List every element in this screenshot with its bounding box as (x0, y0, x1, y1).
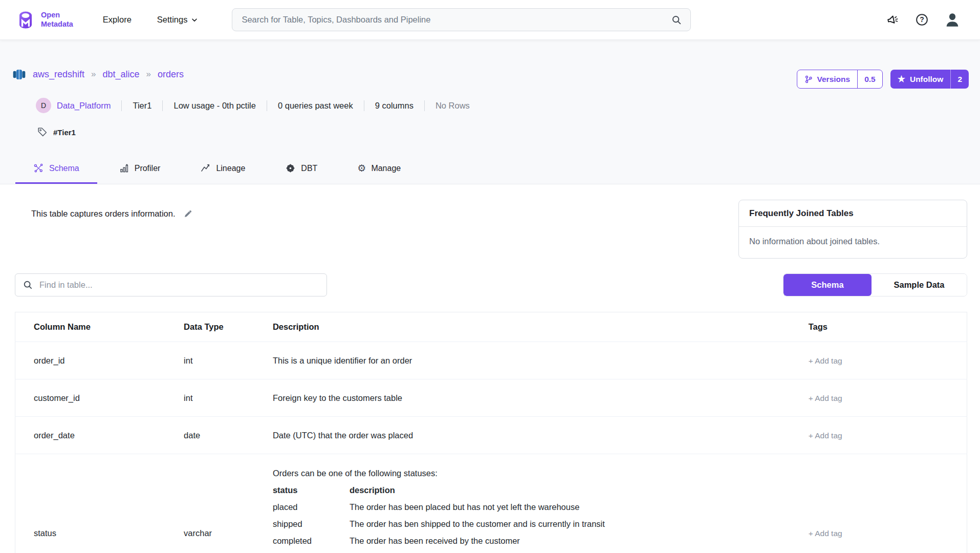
add-tag-button[interactable]: + Add tag (809, 529, 842, 538)
columns-table: Column Name Data Type Description Tags o… (15, 312, 967, 553)
help-icon[interactable]: ? (915, 13, 929, 27)
owner-link[interactable]: Data_Platform (57, 101, 111, 111)
follower-count: 2 (951, 70, 969, 89)
column-type: int (184, 379, 273, 417)
entity-tabs: Schema Profiler Lineage (15, 163, 980, 184)
star-icon: ★ (898, 75, 905, 83)
redshift-service-icon (12, 68, 26, 81)
column-type: date (184, 417, 273, 454)
entity-header: aws_redshift dbt_alice orders D Data_Pla… (0, 40, 980, 184)
table-row: customer_id int Foreign key to the custo… (15, 379, 967, 417)
column-name: order_id (15, 342, 184, 379)
add-tag-button[interactable]: + Add tag (809, 356, 842, 365)
breadcrumb-separator (146, 69, 151, 79)
breadcrumb-service[interactable]: aws_redshift (33, 69, 84, 80)
rows-stat: No Rows (435, 101, 470, 111)
versions-button[interactable]: Versions 0.5 (797, 70, 883, 89)
search-icon[interactable] (671, 14, 682, 26)
status-values-table: status description placed The order has … (273, 482, 767, 549)
tag-row: #Tier1 (37, 125, 980, 139)
dbt-icon (285, 163, 296, 174)
column-name: customer_id (15, 379, 184, 417)
unfollow-button[interactable]: ★ Unfollow 2 (890, 70, 969, 89)
tab-dbt[interactable]: DBT (267, 163, 335, 184)
announcements-icon[interactable] (886, 13, 900, 27)
joined-tables-empty-text: No information about joined tables. (739, 227, 967, 258)
frequently-joined-tables-card: Frequently Joined Tables No information … (738, 200, 967, 259)
usage-stat: Low usage - 0th pctile (173, 101, 256, 111)
joined-tables-title: Frequently Joined Tables (739, 200, 967, 227)
chevron-down-icon (191, 16, 198, 24)
tier-stat: Tier1 (133, 101, 151, 111)
breadcrumb-table[interactable]: orders (158, 69, 184, 80)
toggle-sample-data-button[interactable]: Sample Data (872, 274, 967, 296)
view-toggle: Schema Sample Data (783, 273, 967, 296)
owner-avatar: D (36, 98, 51, 113)
lineage-icon (200, 163, 211, 174)
toggle-schema-button[interactable]: Schema (783, 274, 872, 296)
profiler-icon (119, 163, 129, 174)
table-header-row: Column Name Data Type Description Tags (15, 312, 967, 342)
column-type: varchar (184, 454, 273, 553)
find-in-table-box[interactable] (15, 273, 327, 296)
status-description-intro: Orders can be one of the following statu… (273, 465, 767, 482)
column-type: int (184, 342, 273, 379)
add-tag-button[interactable]: + Add tag (809, 431, 842, 440)
columns-stat: 9 columns (375, 101, 413, 111)
nav-settings[interactable]: Settings (157, 15, 199, 25)
tier-tag-label[interactable]: #Tier1 (53, 128, 76, 137)
version-number: 0.5 (858, 70, 882, 88)
breadcrumb-schema[interactable]: dbt_alice (103, 69, 140, 80)
global-search-input[interactable] (242, 15, 671, 25)
add-tag-button[interactable]: + Add tag (809, 394, 842, 402)
entity-meta-row: D Data_Platform Tier1 Low usage - 0th pc… (36, 97, 980, 114)
schema-icon (33, 163, 44, 174)
tab-manage[interactable]: ⚙ Manage (339, 163, 419, 184)
column-name: order_date (15, 417, 184, 454)
version-branch-icon (804, 75, 813, 83)
find-in-table-input[interactable] (39, 280, 319, 290)
gear-icon: ⚙ (357, 163, 366, 173)
global-search-bar[interactable] (232, 8, 691, 31)
column-name: status (15, 454, 184, 553)
edit-description-icon[interactable] (183, 209, 193, 219)
tag-icon (37, 126, 48, 138)
tab-profiler[interactable]: Profiler (101, 163, 179, 184)
column-description: Orders can be one of the following statu… (273, 454, 782, 553)
find-search-icon (23, 280, 33, 290)
table-row: status varchar Orders can be one of the … (15, 454, 967, 553)
queries-stat: 0 queries past week (278, 101, 353, 111)
breadcrumb-separator (91, 69, 96, 79)
brand-name: Open Metadata (41, 11, 73, 28)
table-row: order_date date Date (UTC) that the orde… (15, 417, 967, 454)
primary-nav: Explore Settings (103, 15, 199, 25)
nav-explore[interactable]: Explore (103, 15, 132, 25)
tab-schema[interactable]: Schema (15, 163, 97, 184)
svg-text:?: ? (920, 15, 924, 24)
column-description: Date (UTC) that the order was placed (273, 417, 782, 454)
top-navbar: Open Metadata Explore Settings (0, 0, 980, 40)
tab-lineage[interactable]: Lineage (182, 163, 263, 184)
table-description: This table captures orders information. (31, 209, 193, 219)
table-row: order_id int This is a unique identifier… (15, 342, 967, 379)
column-description: Foreign key to the customers table (273, 379, 782, 417)
column-description: This is a unique identifier for an order (273, 342, 782, 379)
user-avatar[interactable] (944, 12, 961, 28)
openmetadata-logo[interactable]: Open Metadata (15, 10, 73, 30)
openmetadata-logo-icon (15, 10, 36, 30)
schema-panel: This table captures orders information. … (0, 184, 980, 553)
